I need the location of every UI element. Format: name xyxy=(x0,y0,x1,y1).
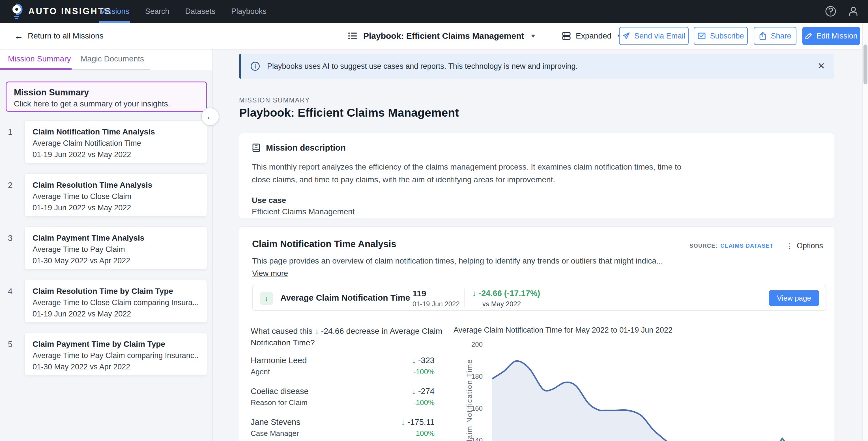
down-arrow-icon: ↓ xyxy=(315,326,319,335)
auto-insights-app: AUTO INSIGHTS Missions Search Datasets P… xyxy=(0,0,868,441)
driver-question: What caused this ↓ -24.66 decrease in Av… xyxy=(251,325,443,349)
metric-period: 01-19 Jun 2022 xyxy=(412,300,460,308)
report-card-metric: Average Time to Pay Claim xyxy=(33,245,199,254)
info-icon xyxy=(250,61,260,71)
view-more-link[interactable]: View more xyxy=(252,269,288,278)
user-account-icon[interactable] xyxy=(847,5,860,18)
subscribe-button[interactable]: Subscribe xyxy=(694,27,748,45)
report-card-period: 01-19 Jun 2022 vs May 2022 xyxy=(33,150,199,159)
view-mode-dropdown[interactable]: Expanded ▼ xyxy=(562,23,623,49)
return-to-missions-link[interactable]: ← Return to all Missions xyxy=(14,23,103,49)
playbook-title-dropdown[interactable]: Playbook: Efficient Claims Management ▼ xyxy=(347,23,536,49)
chart-title: Average Claim Notification Time for May … xyxy=(454,326,673,334)
contributor-category: Reason for Claim xyxy=(251,398,309,407)
mission-description-heading: Mission description xyxy=(266,143,346,153)
share-button[interactable]: Share xyxy=(754,27,797,45)
envelope-check-icon xyxy=(698,32,706,40)
report-card-metric: Average Time to Close Claim xyxy=(33,192,199,201)
down-arrow-icon: ↓ xyxy=(472,289,479,298)
contributor-row[interactable]: Coeliac disease Reason for Claim ↓ -274 … xyxy=(251,382,435,413)
down-arrow-icon: ↓ xyxy=(412,387,418,396)
report-card-3[interactable]: Claim Payment Time Analysis Average Time… xyxy=(24,227,207,269)
send-via-email-button[interactable]: Send via Email xyxy=(619,27,689,45)
view-page-button[interactable]: View page xyxy=(769,290,819,306)
tab-mission-summary[interactable]: Mission Summary xyxy=(8,50,71,68)
down-arrow-icon: ↓ xyxy=(401,417,407,427)
report-card-title: Claim Resolution Time by Claim Type xyxy=(33,287,199,296)
contributor-name: Jane Stevens xyxy=(251,417,301,427)
scrollbar-thumb[interactable] xyxy=(864,45,867,84)
options-label: Options xyxy=(797,241,823,250)
notification-time-chart: Average Claim Notification Time for May … xyxy=(447,323,834,441)
contributor-percent: -100% xyxy=(401,429,435,438)
metric-label: Average Claim Notification Time xyxy=(280,293,410,302)
mission-summary-card-title: Mission Summary xyxy=(14,87,199,98)
source-dataset-link[interactable]: CLAIMS DATASET xyxy=(720,242,774,249)
help-icon[interactable] xyxy=(825,5,837,18)
rows-layout-icon xyxy=(562,31,571,41)
contributor-value: ↓ -175.11 xyxy=(401,417,435,427)
report-card-metric: Average Time to Close Claim comparing In… xyxy=(33,298,199,307)
report-card-4[interactable]: Claim Resolution Time by Claim Type Aver… xyxy=(24,280,207,323)
pencil-icon xyxy=(805,32,812,40)
report-card-period: 01-19 Jun 2022 vs May 2022 xyxy=(33,204,199,212)
chevron-down-icon: ▼ xyxy=(530,33,536,39)
send-via-email-label: Send via Email xyxy=(634,32,685,40)
nav-item-missions[interactable]: Missions xyxy=(100,0,129,23)
tab-magic-documents[interactable]: Magic Documents xyxy=(81,50,144,68)
mission-summary-card[interactable]: Mission Summary Click here to get a summ… xyxy=(6,82,207,112)
contributor-percent: -100% xyxy=(412,398,435,407)
report-number: 1 xyxy=(4,127,17,137)
mission-summary-eyebrow: MISSION SUMMARY xyxy=(239,96,310,104)
contributor-category: Agent xyxy=(251,368,307,376)
nav-item-playbooks[interactable]: Playbooks xyxy=(231,0,267,23)
nav-item-search[interactable]: Search xyxy=(145,0,169,23)
active-tab-underline xyxy=(0,68,71,70)
report-card-2[interactable]: Claim Resolution Time Analysis Average T… xyxy=(24,174,207,216)
tab-divider xyxy=(71,69,150,70)
mission-description-card: Mission description This monthly report … xyxy=(239,133,834,219)
subscribe-label: Subscribe xyxy=(710,32,744,40)
report-card-period: 01-30 May 2022 vs Apr 2022 xyxy=(33,257,199,265)
edit-mission-button[interactable]: Edit Mission xyxy=(802,27,860,45)
edit-mission-label: Edit Mission xyxy=(816,32,858,40)
report-card-period: 01-30 May 2022 vs Apr 2022 xyxy=(33,362,199,371)
contributor-list: Harmonie Leed Agent ↓ -323 -100% Coeliac… xyxy=(251,351,435,441)
metric-comparison-period: vs May 2022 xyxy=(483,300,521,308)
report-card-metric: Average Time to Pay Claim comparing Insu… xyxy=(33,351,199,360)
collapse-arrow-icon: ← xyxy=(206,112,214,121)
contributor-category: Case Manager xyxy=(251,429,301,438)
report-card-metric: Average Claim Notification Time xyxy=(33,139,199,148)
main-content: Playbooks uses AI to suggest use cases a… xyxy=(214,50,868,441)
mission-summary-card-subtitle: Click here to get a summary of your insi… xyxy=(14,99,199,109)
close-icon[interactable]: ✕ xyxy=(817,61,825,71)
share-icon xyxy=(759,32,767,40)
banner-message: Playbooks uses AI to suggest use cases a… xyxy=(267,62,578,71)
report-card-period: 01-19 Jun 2022 vs May 2022 xyxy=(33,310,199,318)
use-case-value: Efficient Claims Management xyxy=(252,207,821,216)
contributor-name: Harmonie Leed xyxy=(251,356,307,365)
report-card-1[interactable]: Claim Notification Time Analysis Average… xyxy=(24,120,207,163)
sidebar-collapse-button[interactable]: ← xyxy=(201,108,219,126)
report-card-5[interactable]: Claim Payment Time by Claim Type Average… xyxy=(24,332,207,376)
contributor-value: ↓ -323 xyxy=(412,356,435,365)
report-card-title: Claim Resolution Time Analysis xyxy=(33,181,199,189)
contributor-percent: -100% xyxy=(412,368,435,376)
vertical-scrollbar[interactable] xyxy=(862,23,868,441)
down-arrow-icon: ↓ xyxy=(412,356,418,365)
contributor-row[interactable]: Harmonie Leed Agent ↓ -323 -100% xyxy=(251,351,435,382)
primary-nav: Missions Search Datasets Playbooks xyxy=(100,0,267,23)
nav-item-datasets[interactable]: Datasets xyxy=(185,0,216,23)
contributor-row[interactable]: Jane Stevens Case Manager ↓ -175.11 -100… xyxy=(251,413,435,441)
sidebar-tabs: Mission Summary Magic Documents xyxy=(0,50,213,70)
metric-delta: ↓ -24.66 (-17.17%) xyxy=(472,289,540,298)
analysis-description: This page provides an overview of claim … xyxy=(252,257,663,265)
contributor-value: ↓ -274 xyxy=(412,387,435,396)
metric-summary-box: ↓ Average Claim Notification Time 119 01… xyxy=(252,285,827,311)
mission-toolbar: ← Return to all Missions Playbook: Effic… xyxy=(0,23,868,50)
use-case-label: Use case xyxy=(252,196,821,205)
top-navbar: AUTO INSIGHTS Missions Search Datasets P… xyxy=(0,0,868,23)
claim-notification-analysis-card: Claim Notification Time Analysis SOURCE:… xyxy=(239,227,834,441)
book-icon xyxy=(252,143,261,153)
options-menu-button[interactable]: ⋮ Options xyxy=(786,241,823,250)
